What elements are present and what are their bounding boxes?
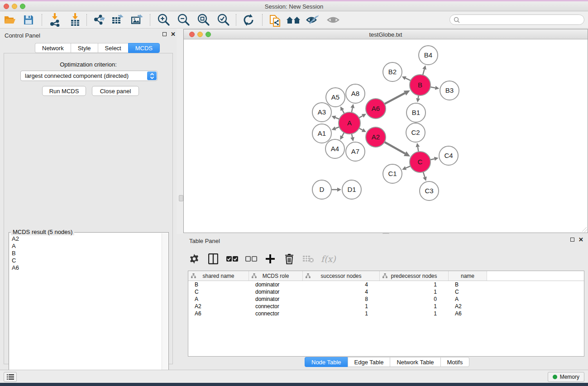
- table-cell[interactable]: 8: [303, 296, 380, 302]
- delete-table-icon[interactable]: [302, 253, 315, 265]
- tab-motifs[interactable]: Motifs: [440, 357, 470, 367]
- table-cell[interactable]: C: [449, 289, 487, 295]
- hide-graphics-icon[interactable]: [305, 13, 320, 27]
- function-builder-icon[interactable]: f(x): [321, 254, 336, 264]
- node-A4[interactable]: A4: [325, 139, 344, 158]
- table-cell[interactable]: 4: [303, 289, 380, 295]
- column-header-MCDS-role[interactable]: MCDS role: [249, 271, 303, 281]
- node-C1[interactable]: C1: [383, 164, 402, 183]
- refresh-icon[interactable]: [241, 13, 256, 27]
- node-A5[interactable]: A5: [326, 88, 345, 107]
- table-cell[interactable]: dominator: [249, 289, 303, 295]
- select-all-icon[interactable]: [226, 253, 239, 265]
- table-cell[interactable]: C: [188, 289, 249, 295]
- table-cell[interactable]: 1: [380, 281, 449, 288]
- node-C2[interactable]: C2: [406, 123, 425, 142]
- table-cell[interactable]: 1: [380, 310, 449, 317]
- table-row[interactable]: Adominator80A: [188, 295, 584, 303]
- table-cell[interactable]: 4: [303, 281, 380, 288]
- network-window-titlebar[interactable]: testGlobe.txt: [184, 29, 588, 39]
- edge-A2-C[interactable]: [383, 142, 405, 154]
- table-row[interactable]: A2connector11A2: [188, 303, 584, 310]
- table-cell[interactable]: A: [449, 296, 487, 302]
- column-header-predecessor-nodes[interactable]: predecessor nodes: [380, 271, 449, 281]
- node-B3[interactable]: B3: [440, 81, 459, 100]
- close-panel-button[interactable]: Close panel: [92, 86, 139, 96]
- zoom-selected-icon[interactable]: [215, 13, 231, 27]
- add-icon[interactable]: [264, 253, 277, 265]
- table-cell[interactable]: dominator: [249, 281, 303, 288]
- table-cell[interactable]: 0: [380, 296, 449, 302]
- table-row[interactable]: A6connector11A6: [188, 310, 584, 317]
- zoom-in-icon[interactable]: [156, 13, 171, 27]
- tab-node-table[interactable]: Node Table: [305, 357, 348, 367]
- node-D[interactable]: D: [312, 180, 331, 199]
- node-table[interactable]: shared nameMCDS rolesuccessor nodesprede…: [188, 271, 584, 357]
- table-cell[interactable]: A2: [188, 303, 249, 310]
- result-item[interactable]: C: [10, 257, 161, 264]
- table-cell[interactable]: 1: [303, 310, 380, 317]
- node-A3[interactable]: A3: [312, 103, 331, 122]
- vertical-split-gripper[interactable]: [179, 195, 183, 201]
- node-C4[interactable]: C4: [439, 146, 458, 165]
- node-C3[interactable]: C3: [420, 181, 439, 200]
- gear-icon[interactable]: [188, 253, 201, 265]
- table-cell[interactable]: B: [188, 281, 249, 288]
- optimization-criterion-select[interactable]: largest connected component (directed): [20, 71, 158, 81]
- node-C[interactable]: C: [410, 152, 430, 172]
- tab-style[interactable]: Style: [71, 43, 98, 53]
- memory-button[interactable]: Memory: [548, 372, 584, 382]
- zoom-fit-icon[interactable]: [196, 13, 211, 27]
- import-network-icon[interactable]: [47, 13, 62, 27]
- edge-A6-B[interactable]: [384, 93, 405, 105]
- first-neighbors-icon[interactable]: [286, 13, 301, 27]
- table-cell[interactable]: A2: [449, 303, 487, 310]
- result-item[interactable]: A6: [10, 264, 161, 272]
- network-canvas[interactable]: B4B2BB3A8A5A6B1A3AA1C2A2A4A7C4CC1C3DD1: [184, 40, 588, 233]
- delete-icon[interactable]: [283, 253, 296, 265]
- search-input[interactable]: [449, 14, 584, 25]
- mcds-result-list[interactable]: A2ABCA6: [10, 235, 161, 385]
- run-mcds-button[interactable]: Run MCDS: [42, 86, 86, 96]
- show-graphics-icon[interactable]: [325, 13, 341, 27]
- node-A8[interactable]: A8: [346, 84, 365, 103]
- open-folder-icon[interactable]: [2, 13, 18, 27]
- table-cell[interactable]: 1: [380, 303, 449, 310]
- table-cell[interactable]: connector: [249, 310, 303, 317]
- node-B[interactable]: B: [410, 75, 430, 95]
- node-A[interactable]: A: [339, 112, 360, 134]
- result-item[interactable]: A2: [10, 235, 161, 243]
- result-scrollbar[interactable]: [162, 233, 168, 385]
- result-item[interactable]: A: [10, 243, 161, 250]
- node-B2[interactable]: B2: [383, 62, 402, 81]
- columns-icon[interactable]: [207, 253, 220, 265]
- node-D1[interactable]: D1: [342, 180, 361, 199]
- clone-network-icon[interactable]: [268, 13, 283, 27]
- column-header-shared-name[interactable]: shared name: [188, 271, 249, 281]
- save-icon[interactable]: [21, 13, 36, 27]
- tab-network-table[interactable]: Network Table: [390, 357, 440, 367]
- node-A6[interactable]: A6: [366, 99, 386, 119]
- table-cell[interactable]: dominator: [249, 296, 303, 302]
- table-cell[interactable]: A6: [188, 310, 249, 317]
- table-cell[interactable]: 1: [303, 303, 380, 310]
- node-A7[interactable]: A7: [346, 142, 365, 161]
- tab-mcds[interactable]: MCDS: [128, 43, 160, 53]
- float-panel-icon[interactable]: [570, 238, 574, 242]
- tab-select[interactable]: Select: [98, 43, 128, 53]
- zoom-out-icon[interactable]: [176, 13, 191, 27]
- table-cell[interactable]: A6: [449, 310, 487, 317]
- column-header-name[interactable]: name: [449, 271, 487, 281]
- deselect-all-icon[interactable]: [245, 253, 258, 265]
- table-row[interactable]: Bdominator41B: [188, 281, 584, 288]
- tab-network[interactable]: Network: [35, 43, 71, 53]
- table-row[interactable]: Cdominator41C: [188, 288, 584, 295]
- import-table-icon[interactable]: [67, 13, 83, 27]
- node-B1[interactable]: B1: [406, 103, 425, 122]
- result-item[interactable]: B: [10, 250, 161, 257]
- table-cell[interactable]: A: [188, 296, 249, 302]
- close-panel-icon[interactable]: ✕: [578, 238, 583, 242]
- node-B4[interactable]: B4: [419, 46, 438, 65]
- close-panel-icon[interactable]: ✕: [171, 32, 176, 36]
- table-cell[interactable]: B: [449, 281, 487, 288]
